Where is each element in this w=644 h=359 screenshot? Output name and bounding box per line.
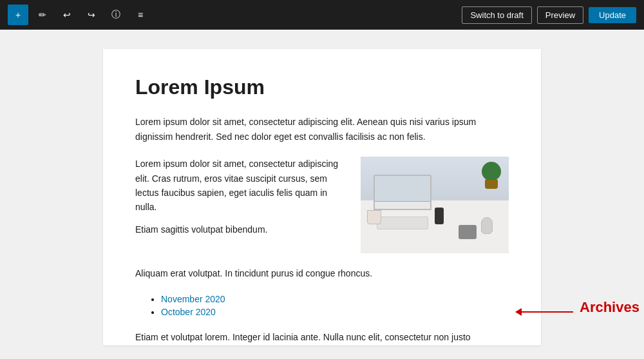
archive-link-october[interactable]: October 2020 xyxy=(161,307,216,317)
plant-leaves xyxy=(482,162,501,181)
add-block-button[interactable]: + xyxy=(8,5,28,25)
editor-toolbar: + ✏ ↩ ↪ ⓘ ≡ Switch to draft Preview Upda… xyxy=(0,0,644,30)
preview-button[interactable]: Preview xyxy=(537,6,583,24)
editor-area: Lorem Ipsum Lorem ipsum dolor sit amet, … xyxy=(0,30,644,359)
plant-pot xyxy=(485,180,498,189)
annotation-label: Archives Block xyxy=(580,299,644,316)
undo-icon: ↩ xyxy=(63,10,71,20)
pen-button[interactable]: ✏ xyxy=(32,5,53,25)
undo-button[interactable]: ↩ xyxy=(57,5,77,25)
paragraph-2[interactable]: Lorem ipsum dolor sit amet, consectetur … xyxy=(135,157,348,215)
archives-block: November 2020 October 2020 Archives Bloc… xyxy=(135,294,509,317)
laptop-screen xyxy=(375,176,430,202)
pen-icon: ✏ xyxy=(39,10,46,20)
info-button[interactable]: ⓘ xyxy=(106,5,126,25)
archive-link-november[interactable]: November 2020 xyxy=(161,294,225,304)
laptop xyxy=(374,175,431,210)
editor-content: Lorem Ipsum Lorem ipsum dolor sit amet, … xyxy=(103,49,541,345)
mouse xyxy=(481,217,493,234)
post-title[interactable]: Lorem Ipsum xyxy=(135,75,509,99)
arrow-head xyxy=(515,308,522,316)
archives-list: November 2020 October 2020 xyxy=(135,294,509,317)
paragraph-4[interactable]: Aliquam erat volutpat. In tincidunt puru… xyxy=(135,266,509,280)
desk-image xyxy=(361,157,509,253)
archive-item-october: October 2020 xyxy=(161,307,509,317)
phone xyxy=(435,208,444,224)
plus-icon: + xyxy=(15,10,21,20)
media-text-content: Lorem ipsum dolor sit amet, consectetur … xyxy=(135,157,348,244)
paragraph-1[interactable]: Lorem ipsum dolor sit amet, consectetur … xyxy=(135,115,509,144)
cup xyxy=(367,210,381,224)
redo-icon: ↪ xyxy=(88,10,95,20)
list-view-button[interactable]: ≡ xyxy=(130,5,151,25)
keyboard xyxy=(377,217,428,229)
list-icon: ≡ xyxy=(138,10,143,20)
desk-scene xyxy=(361,157,509,253)
archive-item-november: November 2020 xyxy=(161,294,509,304)
camera xyxy=(459,225,477,239)
archives-annotation: Archives Block xyxy=(515,308,573,316)
update-button[interactable]: Update xyxy=(589,7,636,23)
annotation-arrow xyxy=(515,308,573,316)
toolbar-right-actions: Switch to draft Preview Update xyxy=(462,6,636,24)
info-icon: ⓘ xyxy=(111,9,120,21)
paragraph-3[interactable]: Etiam sagittis volutpat bibendum. xyxy=(135,222,348,237)
switch-to-draft-button[interactable]: Switch to draft xyxy=(462,6,531,24)
plant xyxy=(480,160,502,189)
redo-button[interactable]: ↪ xyxy=(81,5,102,25)
media-text-block: Lorem ipsum dolor sit amet, consectetur … xyxy=(135,157,509,253)
paragraph-5[interactable]: Etiam et volutpat lorem. Integer id laci… xyxy=(135,330,509,344)
arrow-line xyxy=(522,311,573,313)
